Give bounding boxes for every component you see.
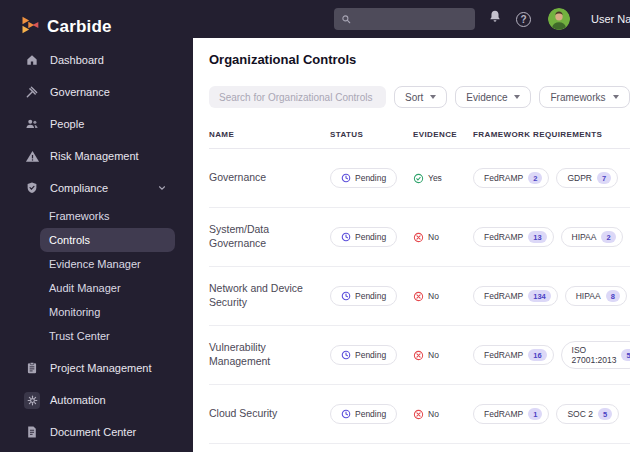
framework-pill[interactable]: FedRAMP 13 (473, 227, 554, 247)
framework-count-badge: 8 (606, 290, 620, 302)
status-badge[interactable]: Pending (330, 345, 397, 365)
controls-search-input[interactable] (209, 86, 386, 108)
table-row[interactable]: Vulnerability Management Pending No FedR… (209, 326, 630, 385)
help-icon[interactable] (516, 12, 531, 27)
x-circle-icon (413, 350, 424, 361)
framework-pill[interactable]: HIPAA 2 (561, 227, 623, 247)
brand-logo[interactable]: Carbide (0, 10, 193, 44)
gear-icon (24, 392, 40, 409)
compliance-submenu: Frameworks Controls Evidence Manager Aud… (0, 204, 193, 348)
clock-icon (341, 350, 351, 360)
framework-count-badge: 2 (601, 231, 615, 243)
sidebar-nav: Dashboard Governance People Risk Managem… (0, 44, 193, 448)
framework-pill[interactable]: FedRAMP 16 (473, 345, 554, 365)
column-header-status: Status (330, 130, 413, 139)
status-badge[interactable]: Pending (330, 286, 397, 306)
page-title: Organizational Controls (209, 52, 630, 67)
sidebar-item-compliance[interactable]: Compliance (0, 172, 193, 204)
framework-count-badge: 5 (598, 408, 612, 420)
x-circle-icon (413, 409, 424, 420)
framework-count-badge: 13 (528, 231, 546, 243)
clock-icon (341, 232, 351, 242)
column-header-name: Name (209, 130, 330, 139)
gavel-icon (24, 84, 40, 100)
x-circle-icon (413, 232, 424, 243)
column-header-evidence: Evidence (413, 130, 473, 139)
framework-pill[interactable]: ISO 27001:2013 5 (561, 341, 630, 369)
control-name: Network and Device Security (209, 282, 314, 309)
brand-name: Carbide (47, 17, 112, 37)
framework-count-badge: 2 (528, 172, 542, 184)
evidence-dropdown[interactable]: Evidence (455, 86, 531, 108)
sidebar-item-label: Governance (50, 86, 110, 98)
sidebar-item-monitoring[interactable]: Monitoring (40, 300, 175, 324)
document-icon (24, 424, 40, 440)
evidence-status: No (413, 409, 473, 420)
status-badge[interactable]: Pending (330, 168, 397, 188)
framework-pill[interactable]: GDPR 7 (556, 168, 618, 188)
clock-icon (341, 409, 351, 419)
shield-check-icon (24, 180, 40, 196)
table-row[interactable]: Cloud Security Pending No FedRAMP 1 SOC … (209, 385, 630, 444)
framework-count-badge: 5 (621, 349, 630, 361)
table-row[interactable]: System/Data Governance Pending No FedRAM… (209, 208, 630, 267)
sidebar-item-evidence-manager[interactable]: Evidence Manager (40, 252, 175, 276)
evidence-status: No (413, 232, 473, 243)
sidebar-item-governance[interactable]: Governance (0, 76, 193, 108)
sidebar-item-project-management[interactable]: Project Management (0, 352, 193, 384)
app-window: Carbide Dashboard Governance People (0, 0, 630, 452)
evidence-status: No (413, 291, 473, 302)
framework-pill[interactable]: HIPAA 8 (565, 286, 627, 306)
column-header-framework-requirements: Framework Requirements (473, 130, 630, 139)
sidebar-item-frameworks[interactable]: Frameworks (40, 204, 175, 228)
framework-pill[interactable]: SOC 2 5 (556, 404, 619, 424)
clipboard-icon (24, 360, 40, 376)
home-icon (24, 52, 40, 68)
clock-icon (341, 291, 351, 301)
sidebar-item-risk-management[interactable]: Risk Management (0, 140, 193, 172)
people-icon (24, 116, 40, 132)
sidebar-item-people[interactable]: People (0, 108, 193, 140)
carbide-logo-icon (20, 15, 40, 39)
x-circle-icon (413, 291, 424, 302)
framework-pill[interactable]: FedRAMP 134 (473, 286, 558, 306)
status-badge[interactable]: Pending (330, 404, 397, 424)
search-icon (341, 10, 351, 28)
framework-count-badge: 16 (528, 349, 546, 361)
framework-count-badge: 7 (597, 172, 611, 184)
framework-pill[interactable]: FedRAMP 1 (473, 404, 549, 424)
sidebar-item-controls[interactable]: Controls (40, 228, 175, 252)
avatar[interactable] (548, 8, 570, 30)
chevron-down-icon[interactable] (157, 179, 167, 197)
warning-triangle-icon (24, 148, 40, 164)
framework-pill[interactable]: FedRAMP 2 (473, 168, 549, 188)
control-name: Cloud Security (209, 407, 314, 421)
caret-down-icon (613, 95, 619, 99)
clock-icon (341, 173, 351, 183)
sidebar-item-automation[interactable]: Automation (0, 384, 193, 416)
frameworks-dropdown[interactable]: Frameworks (539, 86, 629, 108)
sort-dropdown[interactable]: Sort (394, 86, 447, 108)
sidebar-item-document-center[interactable]: Document Center (0, 416, 193, 448)
user-name[interactable]: User Name (591, 13, 630, 25)
sidebar-item-label: Risk Management (50, 150, 139, 162)
evidence-status: Yes (413, 173, 473, 184)
bell-icon[interactable] (487, 9, 503, 29)
framework-count-badge: 1 (528, 408, 542, 420)
table-row[interactable]: Governance Pending Yes FedRAMP 2 GDPR (209, 149, 630, 208)
topbar-icons: User Name (487, 8, 630, 30)
control-name: Vulnerability Management (209, 341, 314, 368)
sidebar-item-dashboard[interactable]: Dashboard (0, 44, 193, 76)
table-row[interactable]: Network and Device Security Pending No F… (209, 267, 630, 326)
global-search[interactable] (334, 8, 475, 30)
main-area: User Name Organizational Controls Sort E… (193, 0, 630, 452)
check-circle-icon (413, 173, 424, 184)
sidebar-item-label: Compliance (50, 182, 108, 194)
evidence-status: No (413, 350, 473, 361)
sidebar-item-trust-center[interactable]: Trust Center (40, 324, 175, 348)
status-badge[interactable]: Pending (330, 227, 397, 247)
sidebar-item-audit-manager[interactable]: Audit Manager (40, 276, 175, 300)
filter-toolbar: Sort Evidence Frameworks (209, 86, 630, 108)
sidebar-item-label: Dashboard (50, 54, 104, 66)
global-search-input[interactable] (356, 14, 468, 25)
